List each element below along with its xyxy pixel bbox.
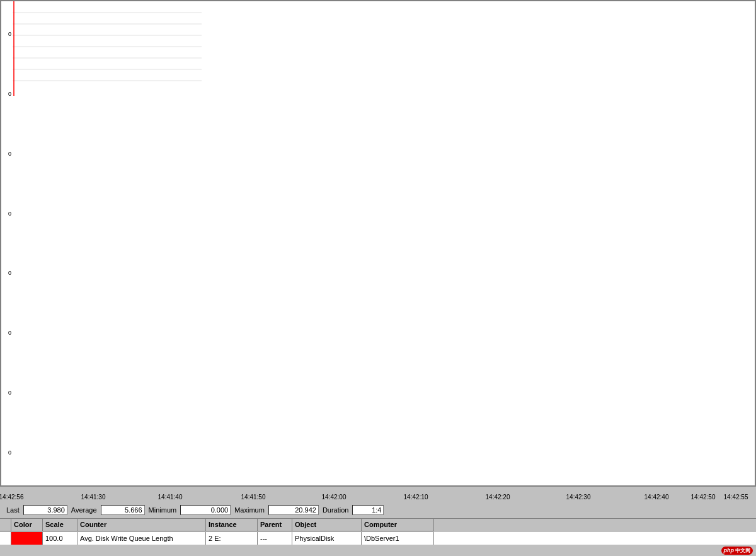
y-label: 0: [8, 31, 11, 37]
td-scale: 100.0: [43, 532, 77, 545]
y-label: 0: [8, 390, 11, 396]
td-show: [0, 532, 11, 545]
last-label: Last: [6, 506, 20, 514]
th-instance: Instance: [206, 519, 258, 531]
td-color: [11, 532, 43, 545]
x-axis: 14:42:56 14:41:30 14:41:40 14:41:50 14:4…: [0, 491, 756, 502]
x-label-10: 14:42:55: [724, 494, 748, 501]
th-color: Color: [11, 519, 43, 531]
x-label-2: 14:41:40: [158, 494, 183, 501]
php-text: php: [724, 547, 735, 553]
y-label: 0: [8, 270, 11, 276]
th-object: Object: [292, 519, 362, 531]
y-label: 0: [8, 449, 11, 456]
td-counter: Avg. Disk Write Queue Length: [77, 532, 206, 545]
duration-value-input[interactable]: [352, 505, 384, 515]
th-counter: Counter: [77, 519, 206, 531]
x-label-8: 14:42:40: [644, 494, 669, 501]
y-label: 0: [8, 151, 11, 157]
th-show: [0, 519, 11, 531]
table-header: Color Scale Counter Instance Parent Obje…: [0, 518, 756, 531]
td-computer: \DbServer1: [362, 532, 434, 545]
th-parent: Parent: [258, 519, 292, 531]
minimum-label: Minimum: [149, 506, 177, 514]
maximum-value-input[interactable]: [268, 505, 319, 515]
th-scale: Scale: [43, 519, 77, 531]
chart-container: 0 0 0 0 0 0 0 0: [0, 0, 756, 487]
average-value-input[interactable]: [101, 505, 145, 515]
maximum-label: Maximum: [234, 506, 265, 514]
td-instance: 2 E:: [206, 532, 258, 545]
td-parent: ---: [258, 532, 292, 545]
y-axis: 0 0 0 0 0 0 0 0: [1, 1, 13, 485]
bottom-bar: php 中文网: [0, 545, 756, 556]
x-label-1: 14:41:30: [81, 494, 106, 501]
table-row[interactable]: 100.0 Avg. Disk Write Queue Length 2 E: …: [0, 532, 756, 545]
last-value-input[interactable]: [23, 505, 67, 515]
chart-svg: [13, 1, 202, 96]
x-label-5: 14:42:10: [404, 494, 428, 501]
cn-text: 中文网: [735, 547, 750, 554]
x-label-7: 14:42:30: [566, 494, 591, 501]
minimum-value-input[interactable]: [180, 505, 231, 515]
x-label-0: 14:42:56: [0, 494, 23, 501]
y-label: 0: [8, 91, 11, 97]
php-badge: php 中文网: [721, 547, 753, 555]
x-label-4: 14:42:00: [322, 494, 346, 501]
average-label: Average: [71, 506, 97, 514]
x-label-9: 14:42:50: [691, 494, 716, 501]
x-label-6: 14:42:20: [486, 494, 510, 501]
duration-label: Duration: [323, 506, 349, 514]
y-label: 0: [8, 211, 11, 217]
td-object: PhysicalDisk: [292, 532, 362, 545]
stats-bar: Last Average Minimum Maximum Duration: [0, 503, 756, 517]
th-computer: Computer: [362, 519, 434, 531]
x-label-3: 14:41:50: [241, 494, 266, 501]
y-label: 0: [8, 330, 11, 336]
